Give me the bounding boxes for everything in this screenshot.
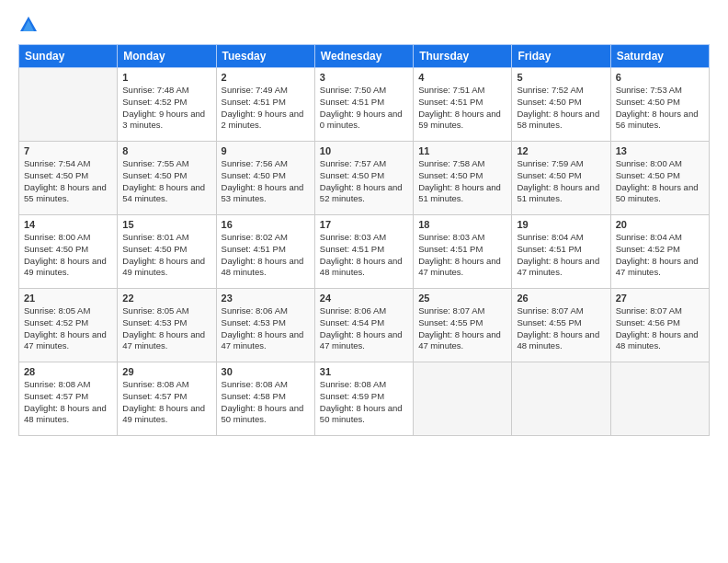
day-number: 18 — [418, 219, 506, 230]
day-number: 1 — [122, 72, 210, 83]
calendar-cell: 28Sunrise: 8:08 AMSunset: 4:57 PMDayligh… — [19, 362, 118, 436]
calendar-cell: 26Sunrise: 8:07 AMSunset: 4:55 PMDayligh… — [512, 289, 610, 362]
day-number: 8 — [122, 145, 210, 156]
day-info: Sunrise: 8:08 AMSunset: 4:57 PMDaylight:… — [122, 379, 210, 426]
logo — [18, 15, 42, 35]
day-number: 20 — [616, 219, 704, 230]
day-number: 29 — [122, 366, 210, 377]
calendar-cell — [19, 68, 118, 142]
calendar-cell: 24Sunrise: 8:06 AMSunset: 4:54 PMDayligh… — [314, 289, 413, 362]
day-number: 12 — [517, 145, 605, 156]
calendar-cell: 14Sunrise: 8:00 AMSunset: 4:50 PMDayligh… — [19, 215, 118, 289]
day-info: Sunrise: 8:07 AMSunset: 4:55 PMDaylight:… — [517, 305, 605, 352]
calendar-cell: 12Sunrise: 7:59 AMSunset: 4:50 PMDayligh… — [512, 142, 610, 215]
day-info: Sunrise: 8:04 AMSunset: 4:51 PMDaylight:… — [517, 232, 605, 279]
day-info: Sunrise: 8:00 AMSunset: 4:50 PMDaylight:… — [616, 158, 704, 205]
day-number: 5 — [517, 72, 605, 83]
day-info: Sunrise: 7:54 AMSunset: 4:50 PMDaylight:… — [24, 158, 112, 205]
day-number: 3 — [320, 72, 408, 83]
day-number: 30 — [222, 366, 310, 377]
day-info: Sunrise: 7:56 AMSunset: 4:50 PMDaylight:… — [222, 158, 310, 205]
day-info: Sunrise: 8:02 AMSunset: 4:51 PMDaylight:… — [222, 232, 310, 279]
day-number: 9 — [222, 145, 310, 156]
day-number: 4 — [418, 72, 506, 83]
calendar-cell — [414, 362, 512, 436]
day-number: 31 — [320, 366, 408, 377]
calendar-cell: 20Sunrise: 8:04 AMSunset: 4:52 PMDayligh… — [610, 215, 709, 289]
calendar-cell: 22Sunrise: 8:05 AMSunset: 4:53 PMDayligh… — [118, 289, 216, 362]
logo-icon — [18, 15, 39, 35]
day-info: Sunrise: 8:01 AMSunset: 4:50 PMDaylight:… — [122, 232, 210, 279]
calendar-cell: 23Sunrise: 8:06 AMSunset: 4:53 PMDayligh… — [216, 289, 314, 362]
calendar-cell: 7Sunrise: 7:54 AMSunset: 4:50 PMDaylight… — [19, 142, 118, 215]
day-number: 24 — [320, 293, 408, 304]
day-number: 19 — [517, 219, 605, 230]
calendar-cell: 1Sunrise: 7:48 AMSunset: 4:52 PMDaylight… — [118, 68, 216, 142]
day-header-thursday: Thursday — [414, 45, 512, 68]
day-number: 28 — [24, 366, 112, 377]
day-number: 17 — [320, 219, 408, 230]
day-number: 15 — [122, 219, 210, 230]
day-number: 11 — [418, 145, 506, 156]
day-number: 25 — [418, 293, 506, 304]
day-info: Sunrise: 8:08 AMSunset: 4:59 PMDaylight:… — [320, 379, 408, 426]
day-info: Sunrise: 8:04 AMSunset: 4:52 PMDaylight:… — [616, 232, 704, 279]
calendar-cell: 27Sunrise: 8:07 AMSunset: 4:56 PMDayligh… — [610, 289, 709, 362]
day-number: 23 — [222, 293, 310, 304]
day-info: Sunrise: 8:05 AMSunset: 4:53 PMDaylight:… — [122, 305, 210, 352]
week-row-2: 7Sunrise: 7:54 AMSunset: 4:50 PMDaylight… — [19, 142, 710, 215]
calendar-cell: 18Sunrise: 8:03 AMSunset: 4:51 PMDayligh… — [414, 215, 512, 289]
calendar-cell: 8Sunrise: 7:55 AMSunset: 4:50 PMDaylight… — [118, 142, 216, 215]
header-row: SundayMondayTuesdayWednesdayThursdayFrid… — [19, 45, 710, 68]
week-row-1: 1Sunrise: 7:48 AMSunset: 4:52 PMDaylight… — [19, 68, 710, 142]
day-header-monday: Monday — [118, 45, 216, 68]
calendar-cell: 21Sunrise: 8:05 AMSunset: 4:52 PMDayligh… — [19, 289, 118, 362]
day-info: Sunrise: 8:06 AMSunset: 4:54 PMDaylight:… — [320, 305, 408, 352]
day-info: Sunrise: 7:49 AMSunset: 4:51 PMDaylight:… — [222, 85, 310, 132]
day-number: 21 — [24, 293, 112, 304]
day-number: 26 — [517, 293, 605, 304]
day-header-saturday: Saturday — [610, 45, 709, 68]
day-number: 22 — [122, 293, 210, 304]
week-row-3: 14Sunrise: 8:00 AMSunset: 4:50 PMDayligh… — [19, 215, 710, 289]
calendar-cell — [512, 362, 610, 436]
day-info: Sunrise: 8:08 AMSunset: 4:58 PMDaylight:… — [222, 379, 310, 426]
header — [18, 15, 710, 35]
calendar-table: SundayMondayTuesdayWednesdayThursdayFrid… — [18, 44, 710, 436]
day-info: Sunrise: 8:03 AMSunset: 4:51 PMDaylight:… — [418, 232, 506, 279]
day-number: 7 — [24, 145, 112, 156]
calendar-cell: 9Sunrise: 7:56 AMSunset: 4:50 PMDaylight… — [216, 142, 314, 215]
day-info: Sunrise: 7:57 AMSunset: 4:50 PMDaylight:… — [320, 158, 408, 205]
day-header-sunday: Sunday — [19, 45, 118, 68]
day-number: 16 — [222, 219, 310, 230]
day-header-tuesday: Tuesday — [216, 45, 314, 68]
day-number: 10 — [320, 145, 408, 156]
calendar-cell: 25Sunrise: 8:07 AMSunset: 4:55 PMDayligh… — [414, 289, 512, 362]
day-number: 13 — [616, 145, 704, 156]
week-row-4: 21Sunrise: 8:05 AMSunset: 4:52 PMDayligh… — [19, 289, 710, 362]
calendar-cell: 2Sunrise: 7:49 AMSunset: 4:51 PMDaylight… — [216, 68, 314, 142]
calendar-cell: 11Sunrise: 7:58 AMSunset: 4:50 PMDayligh… — [414, 142, 512, 215]
day-info: Sunrise: 7:55 AMSunset: 4:50 PMDaylight:… — [122, 158, 210, 205]
day-info: Sunrise: 8:07 AMSunset: 4:55 PMDaylight:… — [418, 305, 506, 352]
day-info: Sunrise: 7:48 AMSunset: 4:52 PMDaylight:… — [122, 85, 210, 132]
day-info: Sunrise: 7:52 AMSunset: 4:50 PMDaylight:… — [517, 85, 605, 132]
day-info: Sunrise: 7:51 AMSunset: 4:51 PMDaylight:… — [418, 85, 506, 132]
day-info: Sunrise: 8:05 AMSunset: 4:52 PMDaylight:… — [24, 305, 112, 352]
calendar-cell: 30Sunrise: 8:08 AMSunset: 4:58 PMDayligh… — [216, 362, 314, 436]
day-header-wednesday: Wednesday — [314, 45, 413, 68]
day-header-friday: Friday — [512, 45, 610, 68]
calendar-cell: 4Sunrise: 7:51 AMSunset: 4:51 PMDaylight… — [414, 68, 512, 142]
day-info: Sunrise: 7:50 AMSunset: 4:51 PMDaylight:… — [320, 85, 408, 132]
day-info: Sunrise: 8:07 AMSunset: 4:56 PMDaylight:… — [616, 305, 704, 352]
week-row-5: 28Sunrise: 8:08 AMSunset: 4:57 PMDayligh… — [19, 362, 710, 436]
calendar-cell: 16Sunrise: 8:02 AMSunset: 4:51 PMDayligh… — [216, 215, 314, 289]
calendar-cell: 19Sunrise: 8:04 AMSunset: 4:51 PMDayligh… — [512, 215, 610, 289]
day-number: 27 — [616, 293, 704, 304]
day-info: Sunrise: 8:06 AMSunset: 4:53 PMDaylight:… — [222, 305, 310, 352]
day-number: 2 — [222, 72, 310, 83]
calendar-cell: 3Sunrise: 7:50 AMSunset: 4:51 PMDaylight… — [314, 68, 413, 142]
calendar-cell: 13Sunrise: 8:00 AMSunset: 4:50 PMDayligh… — [610, 142, 709, 215]
day-info: Sunrise: 8:08 AMSunset: 4:57 PMDaylight:… — [24, 379, 112, 426]
calendar-cell — [610, 362, 709, 436]
